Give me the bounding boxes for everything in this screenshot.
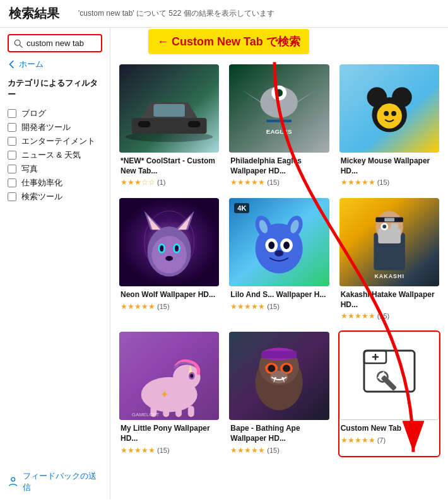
svg-point-45 <box>275 250 284 257</box>
search-box[interactable] <box>8 34 102 52</box>
filter-item-search[interactable]: 検索ツール <box>8 190 102 204</box>
page-title: 検索結果 <box>9 5 59 22</box>
app-rating-eagles: ★★★★★ (15) <box>230 178 327 187</box>
app-card-wolf[interactable]: Neon Wolf Wallpaper HD... ★★★★★ (15) <box>118 197 220 323</box>
svg-rect-51 <box>378 228 401 243</box>
rating-count-wolf: (15) <box>157 303 170 310</box>
filter-label-search: 検索ツール <box>21 191 62 202</box>
filter-checkbox-photo[interactable] <box>8 165 16 173</box>
app-card-customnewtab[interactable]: Custom New Tab ★★★★★ (7) <box>338 330 440 457</box>
rating-count-lilo: (15) <box>267 303 280 310</box>
app-info-kakashi: Kakashi Hatake Wallpaper HD... ★★★★★ (15… <box>339 286 439 322</box>
app-name-eagles: Philadelphia Eagles Wallpaper HD... <box>230 156 327 176</box>
app-thumbnail-bape <box>229 332 329 420</box>
main-layout: ホーム カテゴリによるフィルター ブログ 開発者ツール エンターテイメント ニュ… <box>0 28 448 499</box>
stars-bape: ★★★★★ <box>230 446 265 455</box>
app-grid: *NEW* CoolStart - Custom New Tab... ★★★☆… <box>118 63 440 457</box>
svg-point-61 <box>190 374 193 378</box>
app-name-bape: Bape - Bathing Ape Wallpaper HD... <box>230 424 327 443</box>
annotation-box: ← Custom New Tab で検索 <box>148 29 309 54</box>
arrow-left-icon <box>8 60 16 69</box>
svg-point-33 <box>165 256 173 261</box>
app-card-mickey[interactable]: Mickey Mouse Wallpaper HD... ★★★★★ (15) <box>338 63 440 189</box>
app-thumbnail-coolstart <box>119 64 219 153</box>
feedback-link[interactable]: フィードバックの送信 <box>8 464 102 493</box>
search-input[interactable] <box>27 38 96 48</box>
app-info-wolf: Neon Wolf Wallpaper HD... ★★★★★ (15) <box>119 286 219 312</box>
person-icon <box>8 476 19 487</box>
sidebar: ホーム カテゴリによるフィルター ブログ 開発者ツール エンターテイメント ニュ… <box>0 28 110 499</box>
app-card-lilo[interactable]: 4K Lilo And S... Wallpaper H... ★★★★★ (1… <box>228 197 330 323</box>
app-thumbnail-mickey <box>339 64 439 153</box>
thumb-badge-lilo: 4K <box>234 203 249 213</box>
back-link[interactable]: ホーム <box>8 59 102 70</box>
app-name-lilo: Lilo And S... Wallpaper H... <box>230 290 327 300</box>
app-thumbnail-lilo: 4K <box>229 198 329 286</box>
svg-point-44 <box>283 242 290 249</box>
main-content: ← Custom New Tab で検索 <box>110 28 448 499</box>
app-card-kakashi[interactable]: KAKASHI Kakashi Hatake Wallpaper HD... ★… <box>338 197 440 323</box>
filter-item-photo[interactable]: 写真 <box>8 162 102 176</box>
app-card-bape[interactable]: Bape - Bathing Ape Wallpaper HD... ★★★★★… <box>228 330 330 457</box>
app-rating-bape: ★★★★★ (15) <box>230 446 327 455</box>
filter-checkbox-devtools[interactable] <box>8 123 16 132</box>
filter-checkbox-entertainment[interactable] <box>8 137 16 146</box>
app-info-bape: Bape - Bathing Ape Wallpaper HD... ★★★★★… <box>229 420 329 455</box>
svg-point-19 <box>377 103 402 129</box>
filter-item-productivity[interactable]: 仕事効率化 <box>8 176 102 190</box>
app-info-pony: My Little Pony Wallpaper HD... ★★★★★ (15… <box>119 420 219 455</box>
filter-item-blog[interactable]: ブログ <box>8 107 102 120</box>
svg-point-2 <box>11 477 15 481</box>
rating-count-mickey: (15) <box>377 178 390 186</box>
filter-title: カテゴリによるフィルター <box>8 78 102 100</box>
app-info-customnewtab: Custom New Tab ★★★★★ (7) <box>339 420 439 446</box>
filter-checkbox-search[interactable] <box>8 192 16 201</box>
filter-label-blog: ブログ <box>21 108 46 119</box>
filter-checkbox-blog[interactable] <box>8 109 16 118</box>
svg-line-1 <box>20 45 22 47</box>
svg-point-20 <box>384 111 389 116</box>
app-rating-lilo: ★★★★★ (15) <box>230 302 327 311</box>
svg-point-77 <box>271 371 288 383</box>
app-thumbnail-pony: ✦ GAMELOFT <box>119 332 219 420</box>
filter-checkbox-news[interactable] <box>8 151 16 160</box>
svg-point-31 <box>160 245 163 252</box>
filter-label-entertainment: エンターテイメント <box>21 136 95 147</box>
svg-text:EAGLES: EAGLES <box>266 128 292 135</box>
svg-point-21 <box>391 111 396 116</box>
stars-mickey: ★★★★★ <box>341 178 375 187</box>
svg-point-18 <box>392 87 412 107</box>
filter-label-photo: 写真 <box>21 163 38 175</box>
app-card-pony[interactable]: ✦ GAMELOFT My Little Pony Wallpaper HD..… <box>118 330 220 457</box>
app-name-mickey: Mickey Mouse Wallpaper HD... <box>341 156 438 176</box>
filter-item-entertainment[interactable]: エンターテイメント <box>8 134 102 148</box>
app-info-eagles: Philadelphia Eagles Wallpaper HD... ★★★★… <box>229 153 329 188</box>
filter-item-devtools[interactable]: 開発者ツール <box>8 120 102 134</box>
svg-rect-6 <box>138 121 151 127</box>
svg-rect-50 <box>384 218 394 222</box>
filter-item-news[interactable]: ニュース & 天気 <box>8 148 102 162</box>
stars-pony: ★★★★★ <box>121 446 155 455</box>
svg-rect-65 <box>188 406 194 417</box>
app-rating-kakashi: ★★★★★ (15) <box>341 312 438 320</box>
rating-count-pony: (15) <box>157 447 170 454</box>
svg-point-53 <box>382 225 386 228</box>
rating-count-bape: (15) <box>267 447 280 454</box>
app-info-mickey: Mickey Mouse Wallpaper HD... ★★★★★ (15) <box>339 153 439 188</box>
rating-count-eagles: (15) <box>267 178 280 186</box>
svg-text:✦: ✦ <box>160 389 168 400</box>
annotation-text: ← Custom New Tab で検索 <box>157 35 300 48</box>
filter-checkbox-productivity[interactable] <box>8 178 16 187</box>
header: 検索結果 'custom new tab' について 522 個の結果を表示して… <box>0 0 448 28</box>
svg-rect-72 <box>262 351 297 359</box>
svg-rect-7 <box>188 121 201 127</box>
result-count: 'custom new tab' について 522 個の結果を表示しています <box>78 8 274 19</box>
app-card-coolstart[interactable]: *NEW* CoolStart - Custom New Tab... ★★★☆… <box>118 63 220 189</box>
svg-rect-13 <box>267 120 292 122</box>
app-card-eagles[interactable]: EAGLES Philadelphia Eagles Wallpaper HD.… <box>228 63 330 189</box>
app-rating-pony: ★★★★★ (15) <box>121 446 218 455</box>
app-rating-mickey: ★★★★★ (15) <box>341 178 438 187</box>
app-rating-wolf: ★★★★★ (15) <box>121 302 218 311</box>
svg-point-32 <box>175 245 179 252</box>
app-thumbnail-kakashi: KAKASHI <box>339 198 439 286</box>
